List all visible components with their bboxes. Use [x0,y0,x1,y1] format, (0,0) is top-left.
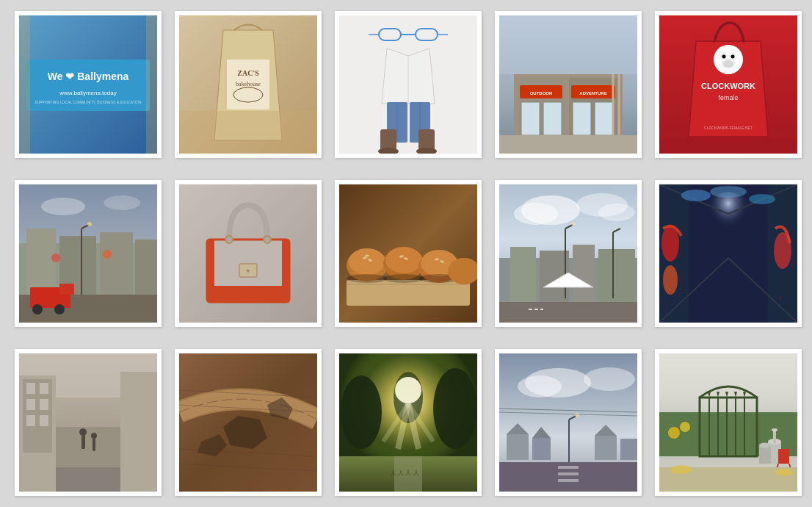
svg-text:CLOCKWORK: CLOCKWORK [701,82,755,90]
svg-rect-187 [558,472,579,475]
svg-point-160 [341,375,382,449]
photo-graffiti-tunnel[interactable]: → [655,180,802,327]
photo-outdoor-adventure[interactable]: OUTDOOR ADVENTURE [495,11,642,158]
svg-rect-141 [40,383,48,394]
photo-clockwork-bag[interactable]: CLOCKWORK female CLOCKWORK-FEMALE.NET [655,11,802,158]
svg-rect-76 [282,240,289,302]
svg-rect-175 [507,434,529,460]
svg-point-213 [668,427,680,439]
svg-point-103 [514,203,558,225]
svg-point-217 [775,469,793,476]
svg-point-97 [347,274,388,283]
svg-text:✦: ✦ [245,267,251,275]
svg-rect-36 [521,102,540,135]
svg-point-132 [681,190,711,201]
svg-rect-210 [778,449,789,464]
svg-text:We ❤ Ballymena: We ❤ Ballymena [48,71,129,82]
svg-point-207 [772,428,777,431]
svg-rect-74 [207,286,289,302]
photo-zacs-bakehouse[interactable]: ZAC'S bakehouse [175,11,322,158]
svg-rect-39 [595,102,613,135]
svg-point-209 [759,443,771,448]
svg-text:人 人 人 人: 人 人 人 人 [391,470,419,476]
svg-point-71 [103,250,112,259]
svg-point-70 [51,254,60,262]
svg-point-134 [710,186,747,198]
svg-point-214 [680,422,690,432]
svg-point-184 [575,413,579,417]
svg-point-105 [598,204,635,221]
svg-point-216 [670,465,692,474]
photo-ballymena[interactable]: We ❤ Ballymena www.ballymena.today SUPPO… [15,11,162,158]
svg-text:→: → [777,295,784,301]
svg-rect-186 [558,466,579,469]
svg-point-174 [584,367,635,391]
photo-handbag[interactable]: ✦ [175,180,322,327]
svg-rect-144 [26,415,35,426]
svg-point-85 [349,248,385,275]
photo-town-street[interactable] [15,180,162,327]
svg-point-87 [385,247,422,273]
gallery-row-3: 人 人 人 人 [15,349,797,496]
svg-rect-140 [26,383,35,394]
svg-text:female: female [718,94,738,101]
svg-point-161 [433,368,477,449]
svg-rect-83 [347,284,470,285]
svg-text:OUTDOOR: OUTDOOR [530,91,553,96]
svg-rect-40 [499,135,637,154]
svg-rect-5 [19,15,30,154]
svg-rect-142 [26,399,35,410]
gallery-row-2: ✦ [15,180,797,327]
svg-point-50 [723,60,733,68]
svg-rect-148 [81,434,85,449]
photo-fashion-outfit[interactable] [335,11,482,158]
svg-rect-143 [40,399,48,410]
svg-point-68 [32,304,43,314]
svg-point-47 [722,55,726,59]
svg-text:ADVENTURE: ADVENTURE [579,91,606,96]
photo-cloudy-town[interactable] [495,180,642,327]
photo-vintage-street[interactable] [15,349,162,496]
svg-rect-117 [499,302,637,323]
photo-road-sky[interactable] [495,349,642,496]
gallery-row-1: We ❤ Ballymena www.ballymena.today SUPPO… [15,11,797,158]
svg-point-151 [91,433,97,439]
svg-rect-188 [558,479,579,482]
svg-rect-12 [179,111,317,154]
svg-rect-75 [207,240,214,302]
svg-point-165 [395,377,421,403]
svg-rect-150 [93,438,95,451]
svg-point-56 [104,195,140,210]
gallery-container: We ❤ Ballymena www.ballymena.today SUPPO… [0,0,812,507]
svg-rect-206 [773,431,776,444]
photo-sunny-park[interactable]: 人 人 人 人 [335,349,482,496]
svg-text:SUPPORTING LOCAL COMMUNITY, BU: SUPPORTING LOCAL COMMUNITY, BUSINESS & E… [35,100,142,104]
photo-garden-gate[interactable] [655,349,802,496]
svg-point-64 [87,222,92,226]
svg-rect-38 [573,102,591,135]
svg-point-48 [731,55,735,59]
svg-point-124 [663,265,678,295]
svg-point-149 [79,428,87,436]
photo-bread-rolls[interactable] [335,180,482,327]
photo-brick-pavement[interactable] [175,349,322,496]
svg-point-98 [383,274,424,283]
svg-text:bakehouse: bakehouse [236,81,261,87]
svg-rect-28 [499,15,637,74]
svg-rect-6 [146,15,157,154]
svg-point-173 [518,375,562,398]
svg-point-55 [41,198,85,215]
svg-rect-208 [759,445,771,464]
svg-point-69 [54,304,65,314]
svg-text:CLOCKWORK-FEMALE.NET: CLOCKWORK-FEMALE.NET [704,126,753,130]
svg-rect-179 [595,436,617,460]
svg-text:ZAC'S: ZAC'S [237,69,259,77]
svg-rect-152 [56,467,120,492]
svg-rect-146 [120,372,157,492]
svg-rect-177 [532,438,551,460]
svg-point-113 [571,222,576,226]
svg-text:www.ballymena.today: www.ballymena.today [59,90,116,96]
svg-point-121 [703,192,754,251]
svg-rect-145 [40,415,48,426]
svg-rect-181 [620,439,637,460]
